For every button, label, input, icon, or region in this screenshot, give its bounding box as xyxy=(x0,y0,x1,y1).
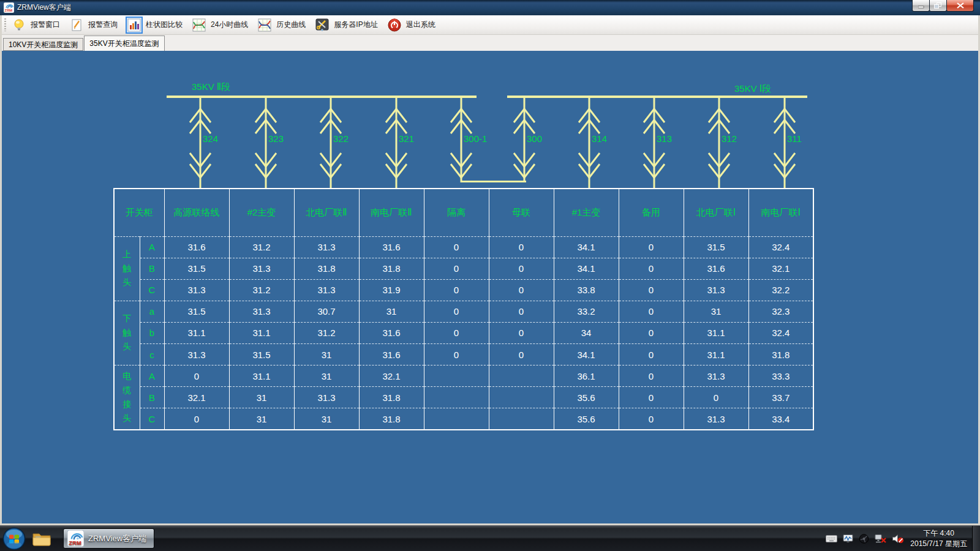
temperature-value: 0 xyxy=(489,301,554,322)
explorer-button[interactable] xyxy=(26,527,57,551)
feeder-label: 323 xyxy=(268,133,284,144)
feeder-label: 313 xyxy=(657,133,672,144)
table-row: b31.131.131.231.60034031.132.4 xyxy=(114,322,813,343)
taskbar-app-label: ZRMView客户端 xyxy=(88,533,146,544)
temperature-value xyxy=(424,365,489,387)
scada-canvas: 35KV Ⅱ段 35KV Ⅰ段 324323322321300-13003143… xyxy=(2,51,978,523)
temperature-value: 0 xyxy=(619,365,684,387)
temperature-value: 35.6 xyxy=(554,387,619,408)
keyboard-icon[interactable] xyxy=(826,534,837,543)
restore-button[interactable] xyxy=(929,0,947,12)
tab-strip: 10KV开关柜温度监测 35KV开关柜温度监测 xyxy=(2,35,978,51)
column-header: 备用 xyxy=(619,189,684,236)
temperature-value: 0 xyxy=(424,258,489,279)
alarm-query-button[interactable]: 报警查询 xyxy=(67,15,122,35)
titlebar: ZRM ZRMView客户端 xyxy=(0,0,980,15)
feeder-323: 323 xyxy=(252,98,279,189)
temperature-value: 31.3 xyxy=(684,408,748,430)
system-tray xyxy=(826,534,904,544)
temperature-value: 31 xyxy=(294,344,359,365)
feeder-324: 324 xyxy=(187,98,214,189)
temperature-value: 33.4 xyxy=(748,408,813,430)
toolbar-label: 退出系统 xyxy=(406,20,435,30)
column-header: 南电厂联Ⅰ xyxy=(748,189,813,236)
table-row: B32.13131.331.835.60033.7 xyxy=(114,387,813,408)
phase-label: a xyxy=(140,301,164,322)
temperature-value: 33.3 xyxy=(748,365,813,387)
temperature-value: 31.3 xyxy=(294,279,359,301)
temperature-value: 31 xyxy=(229,387,294,408)
bar-compare-button[interactable]: 柱状图比较 xyxy=(124,15,187,35)
temperature-value: 31.6 xyxy=(359,344,424,365)
toolbar-label: 24小时曲线 xyxy=(211,20,248,30)
network-error-icon[interactable] xyxy=(875,534,886,544)
feeder-322: 322 xyxy=(317,98,344,189)
temperature-value: 0 xyxy=(424,236,489,258)
temperature-value: 32.1 xyxy=(359,365,424,387)
column-header: 北电厂联Ⅰ xyxy=(684,189,748,236)
phase-label: C xyxy=(140,279,164,301)
minimize-icon xyxy=(918,3,924,9)
temperature-value xyxy=(424,387,489,408)
alarm-window-button[interactable]: 报警窗口 xyxy=(9,15,64,35)
svg-text:ZRM: ZRM xyxy=(69,540,81,546)
table-row: B31.531.331.831.80034.1031.632.1 xyxy=(114,258,813,279)
server-ip-button[interactable]: 服务器IP地址 xyxy=(312,15,382,35)
temperature-value: 31 xyxy=(294,365,359,387)
temperature-value: 31.8 xyxy=(294,258,359,279)
temperature-value: 31.5 xyxy=(164,301,229,322)
alarm-window-icon xyxy=(12,18,26,32)
temperature-value: 0 xyxy=(164,365,229,387)
close-button[interactable] xyxy=(946,0,974,12)
temperature-value: 0 xyxy=(489,344,554,365)
history-curve-button[interactable]: 历史曲线 xyxy=(255,15,310,35)
temperature-value: 31.3 xyxy=(229,301,294,322)
start-button[interactable] xyxy=(2,527,26,551)
temperature-value: 34.1 xyxy=(554,344,619,365)
tab-10kv-monitor[interactable]: 10KV开关柜温度监测 xyxy=(3,38,83,51)
taskbar-clock[interactable]: 下午 4:40 2015/7/17 星期五 xyxy=(910,528,967,548)
feeder-312: 312 xyxy=(706,98,733,189)
temperature-value: 0 xyxy=(489,279,554,301)
feeder-label: 300-1 xyxy=(464,133,487,144)
table-row: 上触头A31.631.231.331.60034.1031.532.4 xyxy=(114,236,813,258)
temperature-value: 0 xyxy=(619,387,684,408)
bus-label-section-2: 35KV Ⅱ段 xyxy=(192,81,230,93)
temperature-value: 0 xyxy=(619,408,684,430)
temperature-value: 32.4 xyxy=(748,236,813,258)
table-corner-header: 开关柜 xyxy=(114,189,164,236)
temperature-value: 32.2 xyxy=(748,279,813,301)
curve-24h-button[interactable]: 24小时曲线 xyxy=(189,15,252,35)
temperature-value: 31.2 xyxy=(229,236,294,258)
toolbar-label: 历史曲线 xyxy=(276,20,306,30)
bus-label-section-1: 35KV Ⅰ段 xyxy=(734,83,771,95)
feeder-321: 321 xyxy=(383,98,410,189)
temperature-value: 31.3 xyxy=(294,387,359,408)
feeder-label: 321 xyxy=(399,133,414,144)
temperature-value: 0 xyxy=(424,344,489,365)
taskbar-app-zrmview[interactable]: ZRM ZRMView客户端 xyxy=(63,528,154,549)
show-desktop-button[interactable] xyxy=(972,526,980,551)
table-row: C0313131.835.6031.333.4 xyxy=(114,408,813,430)
fan-icon[interactable] xyxy=(859,534,869,544)
temperature-value xyxy=(489,408,554,430)
feeder-300: 300 xyxy=(511,98,538,189)
monitor-activity-icon[interactable] xyxy=(843,534,853,543)
window-title: ZRMView客户端 xyxy=(17,2,71,13)
temperature-value xyxy=(489,365,554,387)
window-body: 报警窗口 报警查询 柱状图比较 xyxy=(0,15,980,525)
table-row: C31.331.231.331.90033.8031.332.2 xyxy=(114,279,813,301)
temperature-value: 31.3 xyxy=(164,344,229,365)
row-group-label: 下触头 xyxy=(114,301,140,365)
tab-35kv-monitor[interactable]: 35KV开关柜温度监测 xyxy=(84,36,164,51)
volume-muted-icon[interactable] xyxy=(892,534,904,544)
history-curve-icon xyxy=(258,18,271,32)
exit-system-button[interactable]: 退出系统 xyxy=(385,15,440,35)
temperature-value: 31.1 xyxy=(229,322,294,343)
temperature-value xyxy=(424,408,489,430)
minimize-button[interactable] xyxy=(912,0,930,12)
phase-label: B xyxy=(140,387,164,408)
phase-label: A xyxy=(140,236,164,258)
column-header: 高源联络线 xyxy=(164,189,229,236)
toolbar: 报警窗口 报警查询 柱状图比较 xyxy=(2,15,978,35)
